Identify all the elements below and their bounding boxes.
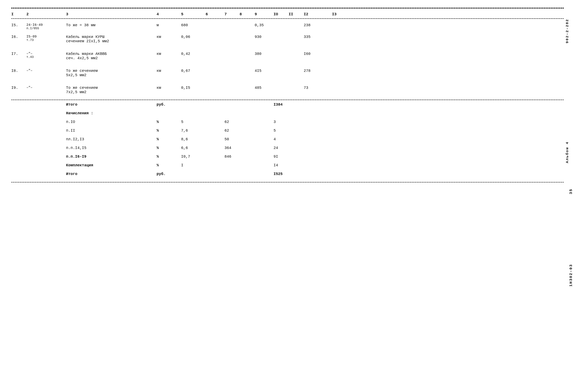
summary-item-5: Комплектация % I I4 <box>11 161 564 169</box>
summary-item-2-unit: % <box>157 137 181 141</box>
row-i5-col4: м <box>157 23 181 27</box>
summary-item-1-val12: 5 <box>274 128 302 133</box>
summary-item-1-unit: % <box>157 128 181 133</box>
row-i8-col12: 278 <box>304 69 332 73</box>
summary-item-3-val9: 364 <box>224 146 274 150</box>
summary-item-4-val12: 9I <box>274 154 302 159</box>
summary-item-1: п.II % 7,6 62 5 <box>11 126 564 135</box>
row-i8-col9: 4I5 <box>255 69 274 73</box>
row-i6-col5: 0,06 <box>181 35 206 39</box>
summary-item-4-label: п.п.I6-I9 <box>66 154 157 159</box>
summary-nacisleniya-header: Начисления : <box>11 109 564 117</box>
row-i9-col12: 73 <box>304 86 332 90</box>
summary-itogo1-val: I384 <box>274 102 302 107</box>
row-i8-col3: То же сечением 5x2,5 мм2 <box>66 69 157 77</box>
row-i7-col4: км <box>157 52 181 56</box>
summary-item-5-unit: % <box>157 163 181 167</box>
table-row: I6. I5-09 т.73 Кабель марки КУРШ сечение… <box>11 32 564 46</box>
summary-item-0-val12: 3 <box>274 120 302 124</box>
col-header-5: 5 <box>181 12 206 16</box>
row-i8-col5: 0,67 <box>181 69 206 73</box>
summary-item-0-val9: 62 <box>224 120 274 124</box>
summary-itogo2-row: Итого руб. I525 <box>11 169 564 178</box>
summary-item-4-val9: 846 <box>224 154 274 159</box>
row-i7-col9: 380 <box>255 52 274 56</box>
page-container: I 2 3 4 5 6 7 8 9 IO II I2 I3 I5. 24-I6-… <box>0 0 575 392</box>
row-i5-col9: 0,35 <box>255 23 274 27</box>
row-i9-col4: км <box>157 86 181 90</box>
bottom-dashed-line <box>11 182 564 183</box>
col-header-2: 2 <box>26 12 66 16</box>
row-i8-col2: –"– <box>26 69 66 72</box>
summary-itogo1-unit: руб. <box>157 102 181 107</box>
nacisleniya-label: Начисления : <box>66 111 157 115</box>
summary-item-1-val5: 7,6 <box>181 128 206 133</box>
row-i9-col5: 0,I5 <box>181 86 206 90</box>
summary-item-2: пл.I2,I3 % 8,6 50 4 <box>11 135 564 143</box>
summary-item-1-label: п.II <box>66 128 157 133</box>
summary-itogo2-val: I525 <box>274 172 302 176</box>
summary-itogo2-unit: руб. <box>157 172 181 176</box>
col-header-8: 8 <box>240 12 255 16</box>
table-body: I5. 24-I6-49 п.I/055 То же = 38 мм м 680… <box>11 19 564 96</box>
row-i8-col4: км <box>157 69 181 73</box>
row-i6-col9: 930 <box>255 35 274 39</box>
summary-item-2-val12: 4 <box>274 137 302 141</box>
summary-item-1-val9: 62 <box>224 128 274 133</box>
summary-item-0: п.IO % 5 62 3 <box>11 117 564 126</box>
col-header-10: IO <box>274 12 289 16</box>
row-i6-col4: км <box>157 35 181 39</box>
summary-item-4-unit: % <box>157 154 181 159</box>
right-label-doc-number: 902-2-282 <box>565 19 569 43</box>
summary-item-0-unit: % <box>157 120 181 124</box>
table-row: I7. –"– т.43 Кабель марки АКВВБ сеч. 4x2… <box>11 49 564 63</box>
row-i6-col12: 335 <box>304 35 332 39</box>
row-i5-id: I5. <box>11 23 26 27</box>
row-i6-col3: Кабель марки КУРШ сечением 2IxI,5 мм2 <box>66 35 157 43</box>
row-i8-id: I8. <box>11 69 26 73</box>
row-i7-col12: I60 <box>304 52 332 56</box>
summary-item-4-val5: I0,7 <box>181 154 206 159</box>
summary-item-3-val5: 6,6 <box>181 146 206 150</box>
summary-item-2-val9: 50 <box>224 137 274 141</box>
col-header-4: 4 <box>157 12 181 16</box>
summary-item-5-val12: I4 <box>274 163 302 167</box>
summary-item-2-label: пл.I2,I3 <box>66 137 157 141</box>
row-i7-id: I7. <box>11 52 26 56</box>
row-i5-col3: То же = 38 мм <box>66 23 157 27</box>
col-header-1: I <box>11 12 26 16</box>
row-i7-col3: Кабель марки АКВВБ сеч. 4x2,5 мм2 <box>66 52 157 60</box>
row-i7-col2: –"– т.43 <box>26 52 66 59</box>
summary-itogo2-label: Итого <box>66 172 157 176</box>
row-i9-col3: То же сечением 7x2,5 мм2 <box>66 86 157 94</box>
row-i9-id: I9. <box>11 86 26 90</box>
summary-item-3: п.п.I4,I5 % 6,6 364 24 <box>11 143 564 152</box>
row-i5-col5: 680 <box>181 23 206 27</box>
right-label-albom: Альбом 4 <box>565 141 569 163</box>
col-header-11: II <box>289 12 304 16</box>
col-header-7: 7 <box>224 12 240 16</box>
col-header-13: I3 <box>332 12 355 16</box>
summary-itogo1-label: Итого <box>66 102 157 107</box>
col-header-3: 3 <box>66 12 157 16</box>
row-i9-col9: 485 <box>255 86 274 90</box>
summary-item-5-val5: I <box>181 163 206 167</box>
column-headers: I 2 3 4 5 6 7 8 9 IO II I2 I3 <box>11 8 564 19</box>
summary-item-4: п.п.I6-I9 % I0,7 846 9I <box>11 152 564 161</box>
summary-item-3-unit: % <box>157 146 181 150</box>
summary-item-3-val12: 24 <box>274 146 302 150</box>
summary-item-0-label: п.IO <box>66 120 157 124</box>
right-label-page: 35 <box>569 188 573 194</box>
summary-item-3-label: п.п.I4,I5 <box>66 146 157 150</box>
table-row: I5. 24-I6-49 п.I/055 То же = 38 мм м 680… <box>11 21 564 32</box>
row-i7-col5: 0,42 <box>181 52 206 56</box>
summary-section: Итого руб. I384 Начисления : п.IO % 5 62… <box>11 100 564 178</box>
summary-itogo1-row: Итого руб. I384 <box>11 100 564 109</box>
summary-item-5-label: Комплектация <box>66 163 157 167</box>
table-row: I9. –"– То же сечением 7x2,5 мм2 км 0,I5… <box>11 83 564 96</box>
row-i6-id: I6. <box>11 35 26 39</box>
table-row: I8. –"– То же сечением 5x2,5 мм2 км 0,67… <box>11 66 564 80</box>
row-i6-col2: I5-09 т.73 <box>26 35 66 42</box>
right-label-doc2: 1H302-03 <box>569 264 573 287</box>
summary-item-2-val5: 8,6 <box>181 137 206 141</box>
